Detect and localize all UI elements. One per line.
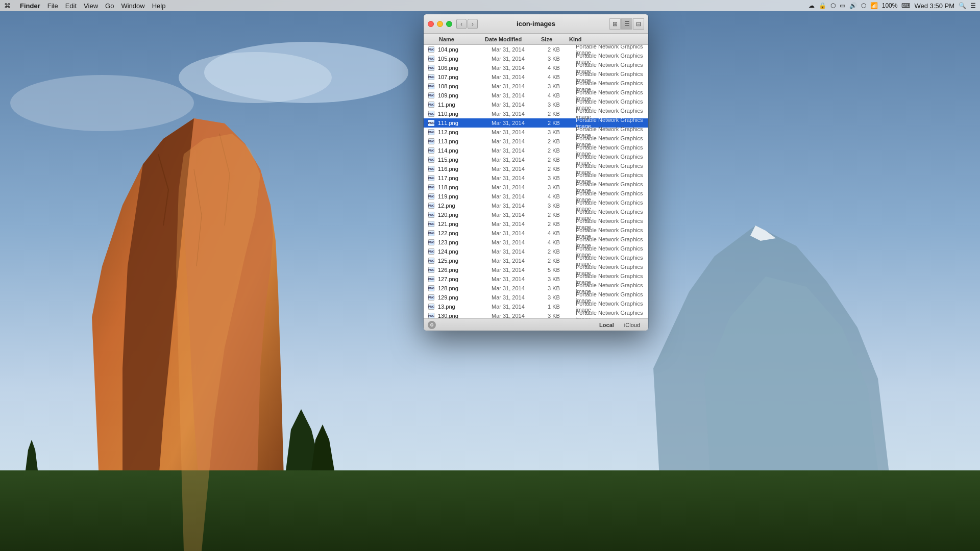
header-name[interactable]: Name (424, 36, 485, 42)
png-icon: PNG (428, 267, 434, 273)
file-icon: PNG (428, 248, 435, 255)
file-icon: PNG (428, 129, 435, 136)
file-size: 2 KB (548, 138, 576, 144)
back-button[interactable]: ‹ (456, 19, 467, 29)
menubar-left: ⌘ Finder File Edit View Go Window Help (4, 2, 165, 10)
png-icon: PNG (428, 239, 434, 245)
notification-icon[interactable]: ☰ (970, 2, 976, 9)
file-size: 3 KB (548, 56, 576, 62)
file-date: Mar 31, 2014 (492, 285, 548, 291)
menu-help[interactable]: Help (152, 2, 166, 10)
png-icon: PNG (428, 83, 434, 89)
file-size: 2 KB (548, 258, 576, 264)
svg-rect-4 (0, 470, 980, 551)
forward-button[interactable]: › (468, 19, 478, 29)
file-size: 2 KB (548, 166, 576, 172)
file-name: 106.png (438, 65, 492, 71)
svg-point-2 (179, 52, 332, 103)
file-name: 105.png (438, 56, 492, 62)
status-tabs: Local iCloud (595, 321, 644, 329)
header-date[interactable]: Date Modified (485, 36, 541, 42)
file-date: Mar 31, 2014 (492, 74, 548, 80)
file-icon: PNG (428, 257, 435, 264)
file-name: 128.png (438, 285, 492, 291)
file-date: Mar 31, 2014 (492, 65, 548, 71)
gear-button[interactable]: ⚙ (428, 321, 436, 329)
file-name: 129.png (438, 294, 492, 300)
local-tab[interactable]: Local (595, 321, 618, 329)
file-name: 107.png (438, 74, 492, 80)
menu-go[interactable]: Go (105, 2, 114, 10)
file-icon: PNG (428, 230, 435, 237)
file-date: Mar 31, 2014 (492, 120, 548, 126)
header-kind[interactable]: Kind (569, 36, 648, 42)
icloud-tab[interactable]: iCloud (620, 321, 644, 329)
png-icon: PNG (428, 313, 434, 318)
file-date: Mar 31, 2014 (492, 304, 548, 310)
minimize-button[interactable] (437, 21, 443, 27)
file-icon: PNG (428, 64, 435, 71)
menu-finder[interactable]: Finder (20, 2, 40, 10)
finder-statusbar: ⚙ Local iCloud (424, 318, 648, 331)
png-icon: PNG (428, 294, 434, 300)
file-date: Mar 31, 2014 (492, 239, 548, 245)
file-size: 3 KB (548, 129, 576, 135)
file-size: 3 KB (548, 83, 576, 89)
file-icon: PNG (428, 193, 435, 200)
close-button[interactable] (428, 21, 434, 27)
file-icon: PNG (428, 92, 435, 99)
png-icon: PNG (428, 248, 434, 255)
apple-menu[interactable]: ⌘ (4, 2, 11, 10)
file-name: 122.png (438, 230, 492, 236)
file-date: Mar 31, 2014 (492, 276, 548, 282)
file-icon: PNG (428, 266, 435, 273)
menu-window[interactable]: Window (121, 2, 144, 10)
file-size: 2 KB (548, 221, 576, 227)
volume-icon: 🔊 (849, 2, 857, 9)
header-size[interactable]: Size (541, 36, 569, 42)
finder-window: ‹ › icon-images ⊞ ☰ ⊟ Name Date Modified… (424, 14, 648, 331)
file-date: Mar 31, 2014 (492, 294, 548, 300)
png-icon: PNG (428, 285, 434, 291)
file-name: 121.png (438, 221, 492, 227)
menu-edit[interactable]: Edit (65, 2, 77, 10)
file-name: 115.png (438, 157, 492, 163)
list-view-button[interactable]: ☰ (621, 18, 632, 30)
file-date: Mar 31, 2014 (492, 175, 548, 181)
menu-file[interactable]: File (47, 2, 58, 10)
png-icon: PNG (428, 304, 434, 310)
file-name: 126.png (438, 267, 492, 273)
file-date: Mar 31, 2014 (492, 102, 548, 108)
icon-view-button[interactable]: ⊞ (609, 18, 621, 30)
file-name: 116.png (438, 166, 492, 172)
file-icon: PNG (428, 55, 435, 62)
wifi-icon: 📶 (870, 2, 878, 9)
menu-view[interactable]: View (84, 2, 98, 10)
file-row[interactable]: PNG 130.png Mar 31, 2014 3 KB Portable N… (424, 311, 648, 318)
file-name: 12.png (438, 203, 492, 209)
svg-point-1 (204, 42, 408, 103)
finder-titlebar: ‹ › icon-images ⊞ ☰ ⊟ (424, 14, 648, 34)
clock: Wed 3:50 PM (914, 2, 954, 10)
column-view-button[interactable]: ⊟ (633, 18, 644, 30)
file-size: 4 KB (548, 193, 576, 199)
file-date: Mar 31, 2014 (492, 193, 548, 199)
search-icon[interactable]: 🔍 (959, 2, 966, 9)
view-buttons: ⊞ ☰ ⊟ (609, 18, 644, 30)
file-size: 4 KB (548, 92, 576, 98)
file-date: Mar 31, 2014 (492, 212, 548, 218)
file-name: 117.png (438, 175, 492, 181)
file-name: 113.png (438, 138, 492, 144)
file-icon: PNG (428, 312, 435, 318)
file-date: Mar 31, 2014 (492, 83, 548, 89)
file-icon: PNG (428, 138, 435, 145)
maximize-button[interactable] (446, 21, 452, 27)
file-size: 3 KB (548, 203, 576, 209)
png-icon: PNG (428, 111, 434, 117)
png-icon: PNG (428, 276, 434, 282)
file-name: 124.png (438, 248, 492, 255)
finder-headers: Name Date Modified Size Kind (424, 34, 648, 45)
file-icon: PNG (428, 156, 435, 163)
file-date: Mar 31, 2014 (492, 313, 548, 318)
finder-file-list[interactable]: PNG 104.png Mar 31, 2014 2 KB Portable N… (424, 45, 648, 318)
